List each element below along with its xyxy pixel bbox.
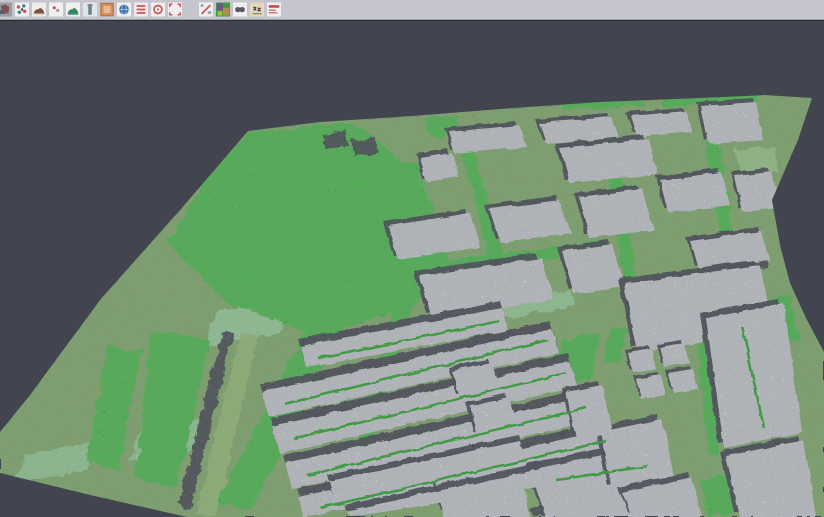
layers-icon[interactable] — [133, 2, 149, 18]
layers-icon — [134, 2, 148, 17]
selection-brackets-icon — [168, 2, 182, 17]
measure-icon[interactable] — [249, 2, 265, 18]
profile-icon[interactable] — [82, 2, 98, 18]
sparse-points-icon — [49, 2, 63, 17]
measure-icon — [250, 2, 264, 17]
align-points-icon[interactable] — [14, 2, 30, 18]
clip-region-icon[interactable] — [198, 2, 214, 18]
orthophoto-icon[interactable] — [99, 2, 115, 18]
classification-map-icon — [216, 2, 230, 17]
sparse-points-icon[interactable] — [48, 2, 64, 18]
main-toolbar — [0, 0, 824, 20]
target-icon[interactable] — [150, 2, 166, 18]
histogram-icon — [267, 2, 281, 17]
clip-region-icon — [199, 2, 213, 17]
histogram-icon[interactable] — [266, 2, 282, 18]
snapshot-icon — [233, 2, 247, 17]
vegetation-classify-icon — [66, 2, 80, 17]
profile-icon — [83, 2, 97, 17]
snapshot-icon[interactable] — [232, 2, 248, 18]
terrain-mesh-icon — [32, 2, 46, 17]
point-cloud-canvas[interactable] — [0, 21, 824, 517]
georeference-globe-icon[interactable] — [116, 2, 132, 18]
terrain-mesh-icon[interactable] — [31, 2, 47, 18]
application-window — [0, 0, 824, 517]
align-points-icon — [15, 2, 29, 17]
classification-map-icon[interactable] — [215, 2, 231, 18]
orthophoto-icon — [100, 2, 114, 17]
import-cloud-icon — [0, 2, 12, 17]
import-cloud-icon[interactable] — [0, 2, 13, 18]
georeference-globe-icon — [117, 2, 131, 17]
3d-point-cloud-viewport[interactable] — [0, 21, 824, 517]
vegetation-classify-icon[interactable] — [65, 2, 81, 18]
target-icon — [151, 2, 165, 17]
selection-brackets-icon[interactable] — [167, 2, 183, 18]
